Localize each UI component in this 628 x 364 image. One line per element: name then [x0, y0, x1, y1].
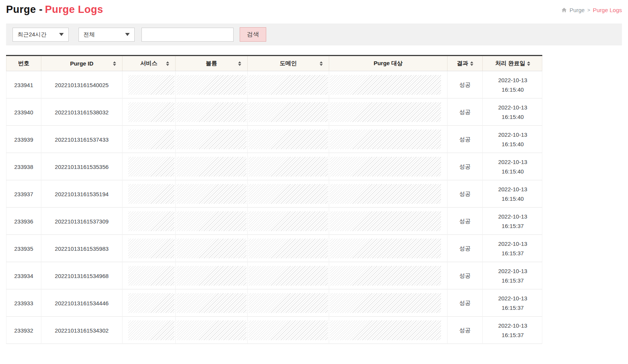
- sort-icon[interactable]: [320, 61, 323, 66]
- cell-purge-target-redacted: [329, 208, 447, 235]
- scope-select-value: 전체: [83, 31, 95, 38]
- page-header: Purge -Purge Logs Purge > Purge Logs: [6, 0, 622, 18]
- column-header-label: 결과: [457, 60, 468, 67]
- redaction-hatch: [248, 293, 328, 313]
- column-header-label: 도메인: [280, 60, 297, 67]
- table-row: 233935 20221013161535983 성공 2022-10-13 1…: [6, 235, 542, 262]
- table-row: 233938 20221013161535356 성공 2022-10-13 1…: [6, 153, 542, 180]
- completed-time: 16:15:40: [502, 112, 524, 122]
- cell-no: 233935: [6, 235, 41, 262]
- cell-domain-redacted: [248, 180, 329, 208]
- cell-completed-at: 2022-10-13 16:15:37: [483, 289, 543, 317]
- chevron-down-icon: [59, 33, 64, 36]
- redaction-hatch: [176, 239, 246, 258]
- column-header-service[interactable]: 서비스: [122, 56, 176, 71]
- cell-domain-redacted: [248, 289, 329, 317]
- cell-completed-at: 2022-10-13 16:15:40: [483, 98, 543, 126]
- cell-volume-redacted: [176, 208, 248, 235]
- breadcrumb-item-purge-logs[interactable]: Purge Logs: [593, 7, 622, 13]
- period-select[interactable]: 최근24시간: [13, 28, 69, 42]
- cell-purge-target-redacted: [329, 126, 447, 153]
- cell-purge-target-redacted: [329, 71, 447, 98]
- breadcrumb-item-purge[interactable]: Purge: [570, 7, 585, 13]
- cell-result: 성공: [447, 235, 483, 262]
- cell-volume-redacted: [176, 262, 248, 289]
- redaction-hatch: [330, 320, 441, 340]
- cell-purge-id: 20221013161540025: [41, 71, 122, 98]
- column-header-result[interactable]: 결과: [447, 56, 483, 71]
- redaction-hatch: [176, 102, 246, 122]
- page: Purge -Purge Logs Purge > Purge Logs 최근2…: [0, 0, 628, 344]
- completed-time: 16:15:37: [502, 303, 524, 312]
- redaction-hatch: [330, 102, 441, 122]
- column-header-completed-at[interactable]: 처리 완료일: [483, 56, 543, 71]
- redaction-hatch: [176, 157, 246, 177]
- scope-select[interactable]: 전체: [78, 28, 135, 42]
- table-row: 233941 20221013161540025 성공 2022-10-13 1…: [6, 71, 542, 98]
- completed-time: 16:15:37: [502, 330, 524, 340]
- table-row: 233936 20221013161537309 성공 2022-10-13 1…: [6, 208, 542, 235]
- column-header-domain[interactable]: 도메인: [248, 56, 329, 71]
- cell-no: 233932: [6, 317, 41, 344]
- cell-no: 233936: [6, 208, 41, 235]
- redaction-hatch: [128, 130, 174, 149]
- search-input[interactable]: [141, 28, 234, 42]
- cell-completed-at: 2022-10-13 16:15:40: [483, 153, 543, 180]
- sort-icon[interactable]: [166, 61, 169, 66]
- cell-completed-at: 2022-10-13 16:15:37: [483, 208, 543, 235]
- column-header-volume[interactable]: 볼륨: [176, 56, 248, 71]
- completed-time: 16:15:37: [502, 248, 524, 258]
- cell-volume-redacted: [176, 153, 248, 180]
- column-header-label: Purge 대상: [374, 60, 403, 67]
- redaction-hatch: [248, 320, 328, 340]
- column-header-label: 볼륨: [206, 60, 217, 67]
- completed-time: 16:15:40: [502, 139, 524, 149]
- cell-purge-target-redacted: [329, 180, 447, 208]
- redaction-hatch: [330, 130, 441, 149]
- sort-icon[interactable]: [527, 61, 530, 66]
- redaction-hatch: [128, 102, 174, 122]
- sort-icon[interactable]: [470, 61, 473, 66]
- page-title-primary: Purge -: [6, 4, 43, 15]
- cell-purge-id: 20221013161537309: [41, 208, 122, 235]
- redaction-hatch: [176, 293, 246, 313]
- table-row: 233933 20221013161534446 성공 2022-10-13 1…: [6, 289, 542, 317]
- column-header-purge-id[interactable]: Purge ID: [41, 56, 122, 71]
- cell-volume-redacted: [176, 289, 248, 317]
- cell-result: 성공: [447, 98, 483, 126]
- completed-date: 2022-10-13: [498, 184, 528, 194]
- completed-date: 2022-10-13: [498, 266, 528, 276]
- cell-purge-target-redacted: [329, 289, 447, 317]
- cell-domain-redacted: [248, 126, 329, 153]
- cell-service-redacted: [122, 153, 176, 180]
- redaction-hatch: [248, 157, 328, 177]
- cell-no: 233941: [6, 71, 41, 98]
- cell-service-redacted: [122, 126, 176, 153]
- cell-completed-at: 2022-10-13 16:15:40: [483, 126, 543, 153]
- cell-volume-redacted: [176, 235, 248, 262]
- search-button[interactable]: 검색: [240, 27, 266, 42]
- cell-domain-redacted: [248, 71, 329, 98]
- table-row: 233934 20221013161534968 성공 2022-10-13 1…: [6, 262, 542, 289]
- cell-service-redacted: [122, 289, 176, 317]
- sort-icon[interactable]: [113, 61, 116, 66]
- cell-purge-id: 20221013161537433: [41, 126, 122, 153]
- redaction-hatch: [248, 130, 328, 149]
- cell-domain-redacted: [248, 317, 329, 344]
- completed-date: 2022-10-13: [498, 321, 528, 330]
- sort-icon[interactable]: [238, 61, 241, 66]
- chevron-down-icon: [125, 33, 130, 36]
- column-header-label: 처리 완료일: [495, 60, 525, 67]
- cell-volume-redacted: [176, 98, 248, 126]
- completed-date: 2022-10-13: [498, 130, 528, 139]
- redaction-hatch: [330, 211, 441, 231]
- cell-domain-redacted: [248, 235, 329, 262]
- cell-purge-id: 20221013161534968: [41, 262, 122, 289]
- completed-date: 2022-10-13: [498, 157, 528, 167]
- redaction-hatch: [128, 75, 174, 95]
- cell-purge-target-redacted: [329, 235, 447, 262]
- cell-domain-redacted: [248, 153, 329, 180]
- completed-time: 16:15:37: [502, 276, 524, 285]
- redaction-hatch: [176, 130, 246, 149]
- cell-result: 성공: [447, 153, 483, 180]
